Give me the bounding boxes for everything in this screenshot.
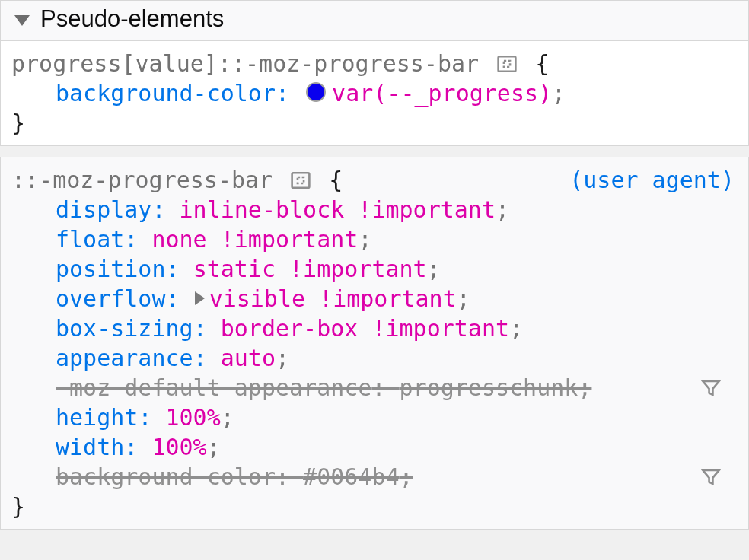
declaration[interactable]: display: inline-block !important;	[11, 195, 738, 224]
selector-line: progress[value]::-moz-progress-bar {	[11, 49, 738, 78]
color-swatch-icon[interactable]	[306, 82, 326, 102]
property-value[interactable]: 100%	[166, 402, 221, 432]
selector-text[interactable]: ::-moz-progress-bar	[11, 167, 273, 193]
property-name[interactable]: position	[56, 254, 166, 284]
property-value[interactable]: auto	[221, 343, 276, 373]
svg-rect-0	[499, 56, 516, 72]
collapse-triangle-icon[interactable]	[14, 15, 30, 26]
property-value[interactable]: 100%	[151, 432, 206, 462]
rule-block-user-agent: (user agent) ::-moz-progress-bar { displ…	[1, 158, 748, 529]
rules-panel: Pseudo-elements progress[value]::-moz-pr…	[0, 0, 749, 146]
declaration[interactable]: width: 100%;	[11, 432, 738, 462]
property-value[interactable]: static !important	[193, 254, 427, 284]
declaration[interactable]: -moz-default-appearance: progresschunk;	[11, 373, 738, 402]
property-name[interactable]: background-color	[56, 462, 276, 492]
selector-text[interactable]: progress[value]::-moz-progress-bar	[11, 50, 479, 77]
close-brace: }	[11, 492, 738, 521]
rules-panel-ua: (user agent) ::-moz-progress-bar { displ…	[0, 157, 749, 530]
property-value[interactable]: #0064b4	[303, 462, 399, 492]
funnel-icon[interactable]	[701, 378, 721, 398]
property-name[interactable]: float	[56, 224, 124, 254]
declaration[interactable]: height: 100%;	[11, 402, 738, 432]
declaration-list: display: inline-block !important;float: …	[11, 195, 738, 492]
property-value[interactable]: inline-block !important	[180, 195, 496, 224]
expand-shorthand-icon[interactable]	[195, 291, 205, 305]
property-name[interactable]: display	[56, 195, 151, 224]
declaration[interactable]: float: none !important;	[11, 224, 738, 254]
declaration[interactable]: position: static !important;	[11, 254, 738, 284]
section-header[interactable]: Pseudo-elements	[1, 1, 748, 41]
declaration[interactable]: appearance: auto;	[11, 343, 738, 373]
declaration[interactable]: background-color: #0064b4;	[11, 462, 738, 492]
property-name[interactable]: overflow	[56, 284, 166, 313]
declaration[interactable]: box-sizing: border-box !important;	[11, 313, 738, 343]
property-value[interactable]: border-box !important	[221, 313, 509, 343]
property-value[interactable]: var(--_progress)	[332, 78, 552, 108]
origin-label: (user agent)	[569, 165, 735, 195]
property-name[interactable]: appearance	[56, 343, 193, 373]
declaration[interactable]: background-color: var(--_progress);	[11, 78, 738, 108]
property-name[interactable]: width	[56, 432, 124, 462]
property-value[interactable]: progresschunk	[400, 373, 578, 402]
property-name[interactable]: height	[56, 402, 138, 432]
funnel-icon[interactable]	[701, 467, 721, 487]
open-brace: {	[329, 167, 343, 193]
declaration[interactable]: overflow: visible !important;	[11, 284, 738, 313]
svg-rect-3	[298, 177, 304, 183]
close-brace: }	[11, 108, 738, 138]
section-title: Pseudo-elements	[40, 5, 224, 33]
property-name[interactable]: background-color	[56, 78, 276, 108]
svg-rect-1	[504, 60, 510, 66]
property-name[interactable]: -moz-default-appearance	[56, 373, 371, 402]
svg-rect-2	[292, 173, 310, 188]
property-value[interactable]: visible !important	[209, 284, 457, 313]
open-brace: {	[535, 50, 549, 77]
property-name[interactable]: box-sizing	[56, 313, 193, 343]
flex-highlight-icon[interactable]	[291, 170, 311, 190]
rule-block-author: progress[value]::-moz-progress-bar { bac…	[1, 41, 748, 145]
property-value[interactable]: none !important	[151, 224, 358, 254]
flex-highlight-icon[interactable]	[497, 54, 517, 74]
